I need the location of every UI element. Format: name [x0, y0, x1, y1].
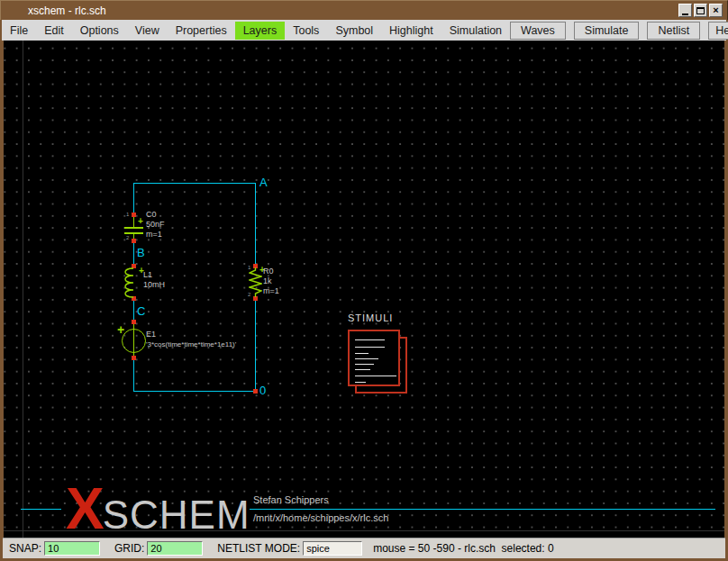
- resistor-mult: m=1: [263, 287, 279, 296]
- menu-symbol[interactable]: Symbol: [327, 22, 381, 40]
- stimuli-text-line: [355, 382, 366, 383]
- menu-view[interactable]: View: [127, 22, 168, 40]
- inductor-value: 10mH: [143, 281, 165, 290]
- menu-simulation[interactable]: Simulation: [441, 22, 510, 40]
- source-pin-2: [132, 356, 136, 360]
- menubar-right: Waves Simulate Netlist Help: [510, 22, 728, 40]
- stimuli-text-line: [355, 347, 385, 348]
- menu-highlight[interactable]: Highlight: [381, 22, 441, 40]
- stimuli-label: STIMULI: [348, 312, 393, 323]
- close-button[interactable]: ×: [709, 4, 723, 17]
- logo-schem-text: SCHEM: [103, 495, 250, 535]
- menu-options[interactable]: Options: [72, 22, 127, 40]
- wire-left-2[interactable]: [133, 240, 134, 267]
- wire-bottom[interactable]: [133, 391, 256, 392]
- window-title: xschem - rlc.sch: [28, 5, 106, 17]
- source-polarity-mark: +: [117, 323, 124, 336]
- node-label-c[interactable]: C: [137, 305, 145, 317]
- wire-right-2[interactable]: [255, 299, 256, 392]
- axis-line-vertical: [23, 41, 23, 538]
- mouse-status-text: mouse = 50 -590 - rlc.sch selected: 0: [373, 542, 553, 555]
- snap-label: SNAP:: [9, 542, 41, 555]
- netlist-mode-input[interactable]: [303, 541, 362, 556]
- stimuli-text-line: [355, 353, 369, 354]
- node-label-a[interactable]: A: [259, 176, 268, 188]
- xschem-logo[interactable]: X SCHEM: [66, 480, 250, 538]
- resistor-pinnum-1: 1: [248, 265, 250, 270]
- stimuli-text-line: [355, 369, 370, 370]
- capacitor-pinnum-2: 2: [126, 235, 129, 240]
- statusbar: SNAP: GRID: NETLIST MODE: mouse = 50 -59…: [3, 538, 725, 558]
- grid-input[interactable]: [147, 541, 203, 556]
- window-controls: ×: [678, 4, 723, 17]
- source-name: E1: [146, 330, 156, 339]
- titleblock-line-left: [21, 509, 61, 510]
- node-label-gnd[interactable]: 0: [259, 385, 266, 396]
- wire-left-4[interactable]: [133, 357, 134, 392]
- menubar: File Edit Options View Properties Layers…: [2, 20, 726, 41]
- menu-tools[interactable]: Tools: [285, 22, 327, 40]
- capacitor-polarity-mark: +: [138, 217, 143, 226]
- source-circle: [122, 329, 146, 353]
- menu-properties[interactable]: Properties: [168, 22, 235, 40]
- wire-left-1[interactable]: [133, 183, 134, 215]
- menu-file[interactable]: File: [2, 22, 36, 40]
- stimuli-text-line: [355, 339, 385, 340]
- capacitor-pin-1: [132, 213, 136, 217]
- simulate-button[interactable]: Simulate: [574, 22, 640, 40]
- capacitor-pin-2: [132, 239, 136, 243]
- menu-layers[interactable]: Layers: [235, 22, 286, 40]
- capacitor-name: C0: [146, 211, 157, 220]
- maximize-button[interactable]: [694, 4, 707, 17]
- capacitor-plate-top: [124, 227, 143, 229]
- inductor-name: L1: [143, 271, 152, 280]
- minimize-button[interactable]: [678, 4, 692, 17]
- menu-edit[interactable]: Edit: [36, 22, 72, 40]
- snap-input[interactable]: [44, 541, 100, 556]
- close-icon: ×: [713, 5, 718, 15]
- resistor-value: 1k: [263, 277, 272, 286]
- minimize-icon: [682, 14, 688, 15]
- stimuli-sheet-front: [348, 330, 400, 386]
- wire-top[interactable]: [133, 183, 256, 184]
- titleblock-path[interactable]: /mnt/x/home/schippes/x/rlc.sch: [253, 512, 388, 523]
- help-button[interactable]: Help: [708, 22, 728, 40]
- resistor-pinnum-2: 2: [248, 292, 250, 297]
- logo-x-glyph: X: [66, 480, 103, 538]
- schematic-canvas[interactable]: A B C 0 + 1 2 C0 50nF m=1 + L1 10mH + E1…: [4, 41, 724, 538]
- wire-right-1[interactable]: [255, 183, 256, 264]
- node-label-b[interactable]: B: [137, 247, 145, 258]
- waves-button[interactable]: Waves: [510, 22, 566, 40]
- stimuli-text-line: [355, 358, 378, 359]
- titleblock-author[interactable]: Stefan Schippers: [253, 494, 329, 505]
- capacitor-value: 50nF: [146, 221, 165, 230]
- titlebar[interactable]: xschem - rlc.sch ×: [0, 0, 728, 20]
- maximize-icon: [696, 7, 705, 14]
- resistor-name: R0: [263, 267, 274, 276]
- source-value: '3*cos(time*time*time*1e11)': [146, 341, 236, 349]
- source-pin-1: [132, 320, 136, 324]
- grid-label: GRID:: [114, 542, 144, 555]
- capacitor-pinnum-1: 1: [126, 212, 129, 217]
- inductor-coil: [121, 267, 135, 298]
- capacitor-mult: m=1: [146, 231, 162, 240]
- netlist-button[interactable]: Netlist: [647, 22, 700, 40]
- netlist-mode-label: NETLIST MODE:: [217, 542, 300, 555]
- stimuli-text-line: [355, 364, 374, 365]
- corner-pin: [253, 389, 258, 394]
- stimuli-text-line: [355, 376, 396, 376]
- titleblock-line-right: [250, 509, 715, 510]
